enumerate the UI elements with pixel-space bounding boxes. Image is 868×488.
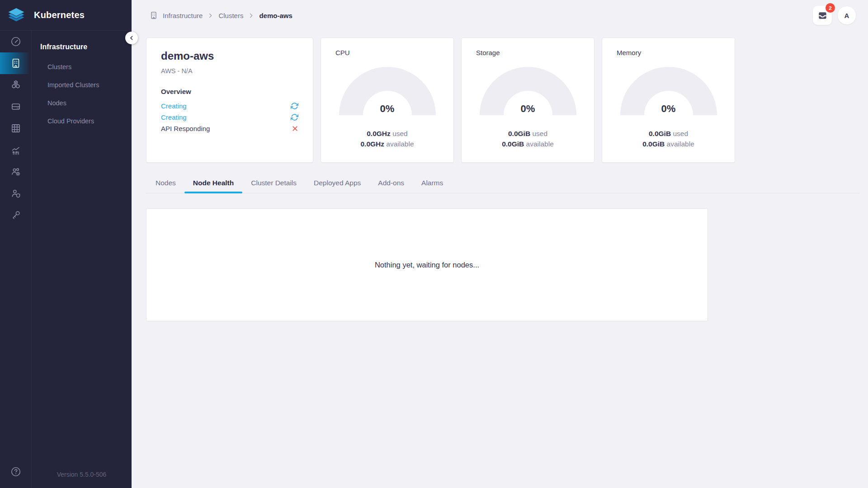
metric-title: Storage: [476, 49, 594, 56]
sidebar-item-imported-clusters[interactable]: Imported Clusters: [32, 76, 132, 94]
used-value: 0.0GiB: [649, 130, 671, 137]
rail-item-teams[interactable]: [0, 161, 32, 183]
metric-stats: 0.0GHz used 0.0GHz available: [321, 128, 453, 149]
refresh-icon: [291, 102, 298, 110]
rail-spacer: [0, 226, 31, 461]
sidebar-menu: Clusters Imported Clusters Nodes Cloud P…: [32, 58, 132, 130]
rail-item-dashboard[interactable]: [0, 31, 32, 52]
available-value: 0.0GiB: [502, 140, 524, 148]
metric-stats: 0.0GiB used 0.0GiB available: [462, 128, 594, 149]
notifications-button[interactable]: 2: [813, 6, 832, 25]
status-label: Creating: [161, 113, 187, 121]
tab-alarms[interactable]: Alarms: [413, 175, 452, 193]
breadcrumb-infrastructure[interactable]: Infrastructure: [163, 12, 203, 19]
cluster-overview-card: demo-aws AWS - N/A Overview Creating: [146, 38, 313, 163]
rail-item-help[interactable]: [0, 461, 32, 483]
available-value: 0.0GiB: [642, 140, 665, 148]
used-label: used: [532, 130, 547, 137]
error-x-icon: [292, 125, 298, 132]
cpu-gauge: 0%: [339, 67, 436, 115]
content: demo-aws AWS - N/A Overview Creating: [132, 31, 868, 321]
brand-name: Kubernetes: [34, 10, 85, 20]
user-avatar[interactable]: A: [838, 6, 856, 24]
cluster-name: demo-aws: [161, 50, 298, 62]
sidebar-panel: Infrastructure Clusters Imported Cluster…: [32, 31, 132, 488]
rail-item-projects[interactable]: [0, 117, 32, 139]
status-row: Creating: [161, 112, 298, 123]
cluster-tabs: Nodes Node Health Cluster Details Deploy…: [146, 175, 859, 193]
building-icon: [10, 57, 22, 69]
chevron-right-icon: [207, 12, 214, 19]
used-label: used: [392, 130, 408, 137]
notification-count-badge: 2: [826, 3, 835, 13]
metric-title: Memory: [617, 49, 735, 56]
empty-state-message: Nothing yet, waiting for nodes...: [375, 261, 479, 269]
status-label: Creating: [161, 102, 187, 110]
breadcrumb-current-cluster: demo-aws: [259, 12, 292, 19]
summary-cards-row: demo-aws AWS - N/A Overview Creating: [146, 38, 859, 163]
overview-title: Overview: [161, 88, 298, 95]
available-value: 0.0GHz: [360, 140, 384, 148]
metric-stats: 0.0GiB used 0.0GiB available: [602, 128, 735, 149]
status-row: API Responding: [161, 123, 298, 134]
storage-gauge: 0%: [480, 67, 576, 115]
rail-item-monitoring[interactable]: [0, 139, 32, 161]
user-shield-icon: [10, 188, 22, 199]
sidebar-item-cloud-providers[interactable]: Cloud Providers: [32, 112, 132, 130]
sidebar-section-title: Infrastructure: [32, 31, 132, 51]
tab-cluster-details[interactable]: Cluster Details: [242, 175, 305, 193]
chevron-left-icon: [128, 35, 135, 41]
cluster-subtitle: AWS - N/A: [161, 67, 298, 75]
rail-item-user-roles[interactable]: [0, 183, 32, 204]
status-list: Creating Creating: [161, 100, 298, 134]
version-label: Version 5.5.0-506: [32, 471, 132, 478]
layers-logo-icon: [6, 6, 26, 24]
used-value: 0.0GiB: [508, 130, 530, 137]
rail-item-profiles[interactable]: [0, 74, 32, 96]
breadcrumb: Infrastructure Clusters demo-aws: [149, 11, 292, 20]
refresh-icon: [291, 113, 298, 121]
sidebar-item-clusters[interactable]: Clusters: [32, 58, 132, 76]
breadcrumb-clusters[interactable]: Clusters: [218, 12, 243, 19]
memory-gauge: 0%: [620, 67, 717, 115]
used-label: used: [673, 130, 688, 137]
rail-item-infrastructure[interactable]: [0, 52, 32, 74]
node-health-empty-card: Nothing yet, waiting for nodes...: [146, 208, 708, 321]
tab-deployed-apps[interactable]: Deployed Apps: [305, 175, 369, 193]
sidebar-item-nodes[interactable]: Nodes: [32, 94, 132, 112]
metric-card-memory: Memory 0% 0.0GiB used 0.0GiB available: [602, 38, 735, 163]
grid-icon: [10, 122, 22, 134]
gauge-icon: [10, 36, 22, 47]
topbar-actions: 2 A: [813, 6, 856, 25]
sidebar-collapse-button[interactable]: [125, 32, 138, 44]
metric-card-cpu: CPU 0% 0.0GHz used 0.0GHz available: [321, 38, 454, 163]
tab-nodes[interactable]: Nodes: [147, 175, 184, 193]
help-icon: [10, 466, 22, 478]
brand-header: Kubernetes: [0, 0, 132, 31]
rail-item-servers[interactable]: [0, 96, 32, 117]
metric-title: CPU: [335, 49, 453, 56]
tab-add-ons[interactable]: Add-ons: [369, 175, 413, 193]
rail-item-keys[interactable]: [0, 204, 32, 226]
gauge-percent: 0%: [339, 103, 436, 115]
status-row: Creating: [161, 100, 298, 112]
metric-card-storage: Storage 0% 0.0GiB used 0.0GiB available: [461, 38, 594, 163]
used-value: 0.0GHz: [367, 130, 391, 137]
key-icon: [10, 209, 22, 221]
topbar: Infrastructure Clusters demo-aws 2 A: [132, 0, 868, 31]
inbox-icon: [817, 10, 828, 21]
chevron-right-icon: [248, 12, 255, 19]
gauge-percent: 0%: [620, 103, 717, 115]
users-gear-icon: [10, 166, 22, 178]
main-area: Infrastructure Clusters demo-aws 2 A: [132, 0, 868, 488]
available-label: available: [526, 140, 554, 148]
available-label: available: [386, 140, 414, 148]
status-label: API Responding: [161, 125, 210, 132]
tab-node-health[interactable]: Node Health: [184, 175, 242, 193]
sidebar: Kubernetes: [0, 0, 132, 488]
icon-rail: [0, 31, 32, 488]
chart-icon: [10, 144, 22, 156]
cubes-icon: [10, 79, 22, 91]
available-label: available: [667, 140, 694, 148]
server-icon: [10, 101, 22, 113]
